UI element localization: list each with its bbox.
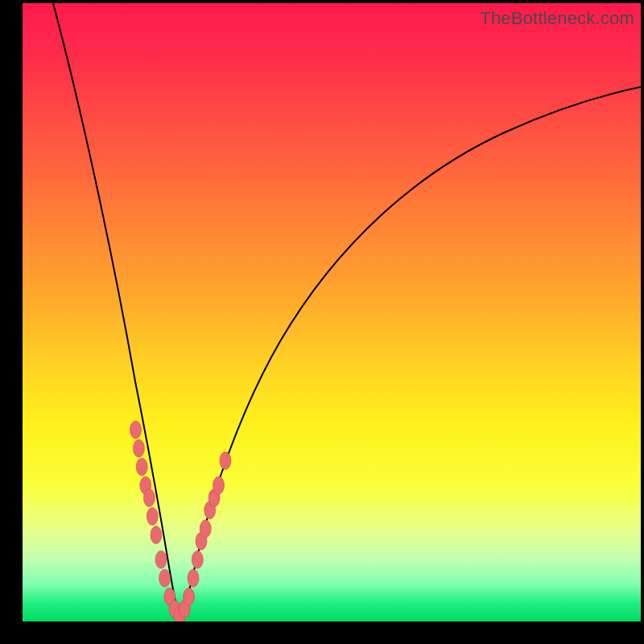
sample-point	[136, 458, 147, 476]
sample-point	[220, 452, 231, 469]
sample-point	[130, 421, 142, 439]
sample-point	[151, 526, 162, 544]
chart-frame: TheBottleneck.com	[0, 0, 644, 644]
sample-point	[200, 520, 211, 538]
sample-points-group	[130, 421, 231, 621]
sample-point	[184, 588, 195, 605]
sample-point	[155, 551, 167, 568]
sample-point	[147, 507, 158, 525]
curve-left	[53, 3, 180, 621]
curve-layer	[23, 3, 641, 621]
sample-point	[159, 569, 171, 587]
curve-right	[180, 87, 641, 621]
sample-point	[192, 551, 203, 568]
plot-area: TheBottleneck.com	[23, 3, 641, 621]
sample-point	[213, 477, 225, 494]
sample-point	[188, 569, 199, 587]
sample-point	[133, 440, 144, 457]
sample-point	[143, 489, 155, 506]
